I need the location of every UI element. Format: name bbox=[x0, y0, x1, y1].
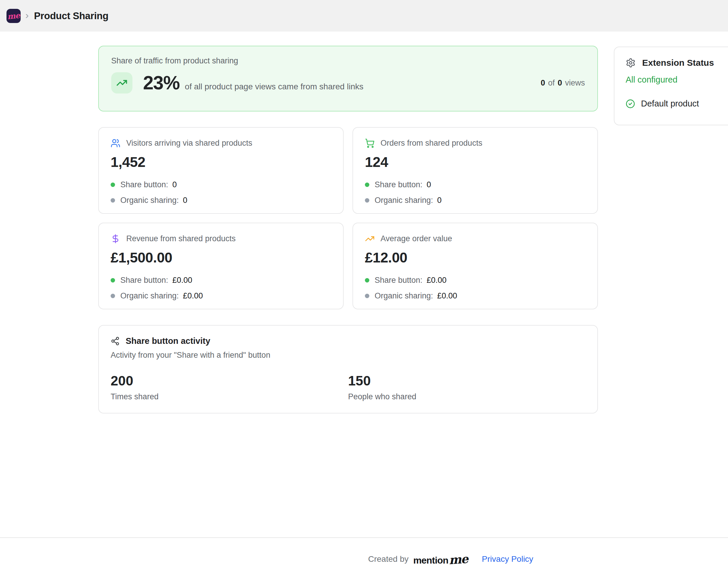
top-navigation-bar: me › Product Sharing bbox=[0, 0, 728, 31]
metric-card-value: £1,500.00 bbox=[111, 249, 331, 266]
extension-status-value: All configured bbox=[626, 75, 728, 85]
metric-card-value: 1,452 bbox=[111, 154, 331, 170]
views-total: 0 bbox=[557, 78, 562, 87]
organic-sharing-breakdown: Organic sharing: £0.00 bbox=[111, 291, 331, 300]
people-who-shared-stat: 150 People who shared bbox=[348, 373, 586, 401]
orders-metric-card: Orders from shared products 124 Share bu… bbox=[353, 127, 598, 214]
trending-up-icon bbox=[111, 72, 132, 94]
activity-card-title: Share button activity bbox=[126, 336, 210, 346]
organic-sharing-breakdown: Organic sharing: 0 bbox=[111, 196, 331, 205]
extension-status-title: Extension Status bbox=[642, 58, 714, 68]
gray-dot-icon bbox=[365, 198, 369, 203]
breadcrumb-chevron-icon: › bbox=[25, 10, 29, 22]
views-count: 0 bbox=[541, 78, 545, 87]
metric-card-title: Average order value bbox=[381, 234, 452, 243]
trending-up-icon bbox=[365, 234, 374, 243]
footer: Created by mention me Privacy Policy bbox=[368, 550, 533, 568]
extension-status-item-label: Default product bbox=[641, 99, 699, 108]
dollar-icon bbox=[111, 234, 120, 243]
traffic-share-percent: 23% bbox=[143, 72, 180, 94]
stat-value: 150 bbox=[348, 373, 586, 389]
metric-card-title: Visitors arriving via shared products bbox=[126, 139, 252, 148]
mentionme-wordmark: mention me bbox=[413, 552, 468, 566]
cart-icon bbox=[365, 138, 374, 148]
green-dot-icon bbox=[365, 183, 369, 187]
visitors-metric-card: Visitors arriving via shared products 1,… bbox=[98, 127, 344, 214]
metric-card-title: Revenue from shared products bbox=[126, 234, 236, 243]
share-button-breakdown: Share button: £0.00 bbox=[365, 276, 586, 285]
gray-dot-icon bbox=[111, 294, 115, 298]
activity-card-subtitle: Activity from your "Share with a friend"… bbox=[111, 351, 586, 360]
share-button-breakdown: Share button: 0 bbox=[111, 180, 331, 189]
extension-status-card: Extension Status All configured Default … bbox=[614, 47, 728, 125]
gear-icon bbox=[626, 58, 636, 68]
green-dot-icon bbox=[111, 278, 115, 283]
views-counter: 0 of 0 views bbox=[541, 78, 585, 87]
check-circle-icon bbox=[626, 99, 635, 108]
metric-cards-grid: Visitors arriving via shared products 1,… bbox=[98, 127, 598, 309]
times-shared-stat: 200 Times shared bbox=[111, 373, 348, 401]
footer-divider bbox=[0, 537, 728, 538]
gray-dot-icon bbox=[365, 294, 369, 298]
extension-status-item: Default product bbox=[626, 99, 728, 108]
stat-value: 200 bbox=[111, 373, 348, 389]
metric-card-title: Orders from shared products bbox=[381, 139, 482, 148]
metric-card-value: £12.00 bbox=[365, 249, 586, 266]
aov-metric-card: Average order value £12.00 Share button:… bbox=[353, 222, 598, 309]
privacy-policy-link[interactable]: Privacy Policy bbox=[482, 554, 533, 564]
stat-label: People who shared bbox=[348, 392, 586, 401]
users-icon bbox=[111, 138, 120, 148]
organic-sharing-breakdown: Organic sharing: 0 bbox=[365, 196, 586, 205]
page-title: Product Sharing bbox=[34, 10, 108, 22]
gray-dot-icon bbox=[111, 198, 115, 203]
share-button-breakdown: Share button: £0.00 bbox=[111, 276, 331, 285]
banner-label: Share of traffic from product sharing bbox=[111, 56, 585, 65]
share-button-activity-card: Share button activity Activity from your… bbox=[98, 325, 598, 414]
app-logo-text: me bbox=[7, 10, 20, 21]
created-by-label: Created by bbox=[368, 554, 409, 564]
revenue-metric-card: Revenue from shared products £1,500.00 S… bbox=[98, 222, 344, 309]
traffic-share-description: of all product page views came from shar… bbox=[185, 82, 363, 91]
organic-sharing-breakdown: Organic sharing: £0.00 bbox=[365, 291, 586, 300]
green-dot-icon bbox=[365, 278, 369, 283]
mentionme-app-logo[interactable]: me bbox=[6, 9, 21, 23]
stat-label: Times shared bbox=[111, 392, 348, 401]
green-dot-icon bbox=[111, 183, 115, 187]
share-button-breakdown: Share button: 0 bbox=[365, 180, 586, 189]
metric-card-value: 124 bbox=[365, 154, 586, 170]
traffic-share-banner: Share of traffic from product sharing 23… bbox=[98, 46, 598, 111]
share-icon bbox=[111, 337, 120, 346]
